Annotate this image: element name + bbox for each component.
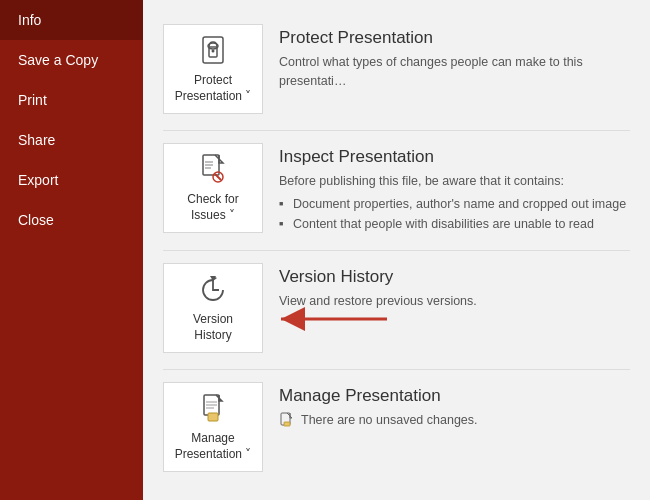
protect-title: Protect Presentation	[279, 28, 630, 48]
sidebar-item-save-copy[interactable]: Save a Copy	[0, 40, 143, 80]
inspect-doc-icon	[195, 152, 231, 188]
sidebar-item-print[interactable]: Print	[0, 80, 143, 120]
inspect-bullet-2: Content that people with disabilities ar…	[279, 214, 630, 234]
sidebar: Info Save a Copy Print Share Export Clos…	[0, 0, 143, 500]
manage-card-text: Manage Presentation There are no unsaved…	[279, 382, 630, 430]
inspect-card-text: Inspect Presentation Before publishing t…	[279, 143, 630, 234]
manage-note: There are no unsaved changes.	[301, 411, 478, 430]
protect-card-text: Protect Presentation Control what types …	[279, 24, 630, 91]
inspect-bullets: Document properties, author's name and c…	[279, 194, 630, 234]
divider-1	[163, 130, 630, 131]
version-title: Version History	[279, 267, 630, 287]
manage-card: ManagePresentation ˅ Manage Presentation…	[163, 374, 630, 480]
protect-card: ProtectPresentation ˅ Protect Presentati…	[163, 16, 630, 122]
manage-doc-small-icon	[279, 412, 295, 428]
svg-point-3	[212, 50, 215, 53]
red-arrow-indicator	[279, 305, 389, 333]
divider-2	[163, 250, 630, 251]
sidebar-item-info[interactable]: Info	[0, 0, 143, 40]
version-history-icon-label: VersionHistory	[193, 312, 233, 343]
sidebar-item-export[interactable]: Export	[0, 160, 143, 200]
manage-doc-icon	[195, 391, 231, 427]
divider-3	[163, 369, 630, 370]
lock-shield-icon	[195, 33, 231, 69]
version-history-icon	[195, 272, 231, 308]
manage-icon-label: ManagePresentation ˅	[175, 431, 252, 462]
version-history-button[interactable]: VersionHistory	[163, 263, 263, 353]
inspect-bullet-1: Document properties, author's name and c…	[279, 194, 630, 214]
inspect-title: Inspect Presentation	[279, 147, 630, 167]
check-issues-icon-label: Check forIssues ˅	[187, 192, 238, 223]
svg-rect-15	[208, 413, 218, 421]
protect-button[interactable]: ProtectPresentation ˅	[163, 24, 263, 114]
manage-title: Manage Presentation	[279, 386, 630, 406]
version-card-text: Version History View and restore previou…	[279, 263, 630, 311]
arrow-svg	[279, 305, 389, 333]
protect-icon-label: ProtectPresentation ˅	[175, 73, 252, 104]
inspect-card: Check forIssues ˅ Inspect Presentation B…	[163, 135, 630, 242]
manage-desc-row: There are no unsaved changes.	[279, 411, 630, 430]
manage-presentation-button[interactable]: ManagePresentation ˅	[163, 382, 263, 472]
inspect-desc: Before publishing this file, be aware th…	[279, 172, 630, 234]
sidebar-item-share[interactable]: Share	[0, 120, 143, 160]
main-content: ProtectPresentation ˅ Protect Presentati…	[143, 0, 650, 500]
svg-rect-20	[284, 422, 290, 426]
protect-desc: Control what types of changes people can…	[279, 53, 630, 91]
version-card: VersionHistory Version History View and …	[163, 255, 630, 361]
sidebar-item-close[interactable]: Close	[0, 200, 143, 240]
check-issues-button[interactable]: Check forIssues ˅	[163, 143, 263, 233]
